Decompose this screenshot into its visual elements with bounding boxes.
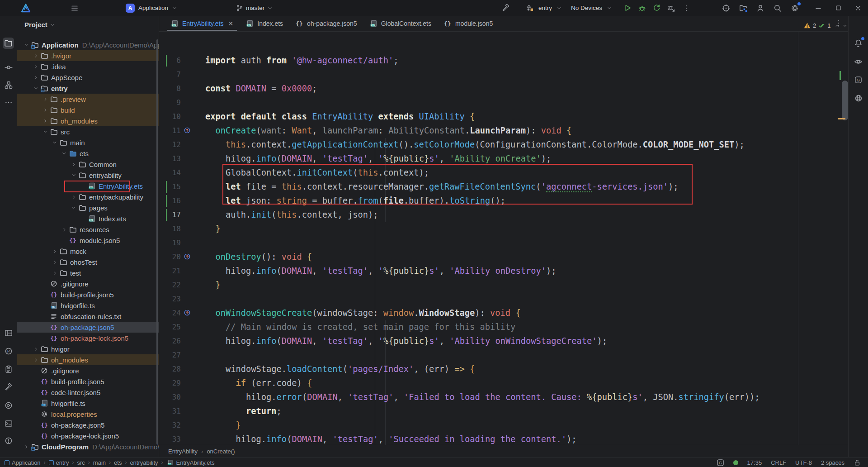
debug-button[interactable] (637, 3, 647, 14)
tree-item-.gitignore[interactable]: .gitignore (17, 365, 159, 376)
tree-item-Index.ets[interactable]: ETSIndex.ets (17, 213, 159, 224)
chevron-down-icon[interactable] (71, 172, 77, 178)
tab-Index.ets[interactable]: ETSIndex.ets (240, 16, 289, 31)
tree-item-hvigorfile.ts[interactable]: TShvigorfile.ts (17, 398, 159, 409)
code-line-23[interactable]: 23 (159, 292, 798, 306)
editor-area[interactable]: ETSEntryAbility.ets✕ETSIndex.ets{}oh-pac… (159, 16, 849, 457)
chevron-right-icon[interactable] (33, 75, 39, 80)
indent-selector[interactable]: 2 spaces (821, 459, 844, 466)
tree-item-entry[interactable]: entry (17, 83, 159, 94)
tree-item-Common[interactable]: Common (17, 159, 159, 170)
tree-item-oh-package.json5[interactable]: {}oh-package.json5 (17, 419, 159, 430)
tree-item-main[interactable]: main (17, 137, 159, 148)
tree-item-test[interactable]: test (17, 267, 159, 278)
run-config-selector[interactable]: entry (538, 0, 552, 16)
inspection-widget[interactable]: 2 1 (804, 22, 848, 29)
code-line-21[interactable]: 21hilog.info(DOMAIN, 'testTag', '%{publi… (159, 264, 798, 278)
chevron-right-icon[interactable] (71, 195, 77, 200)
code-line-10[interactable]: 10export default class EntryAbility exte… (159, 110, 798, 124)
tab-EntryAbility.ets[interactable]: ETSEntryAbility.ets✕ (165, 16, 240, 31)
project-widget[interactable]: A Application (126, 0, 177, 16)
chevron-right-icon[interactable] (71, 162, 77, 167)
tab-GlobalContext.ets[interactable]: ETSGlobalContext.ets (363, 16, 438, 31)
override-gutter-icon[interactable] (184, 127, 191, 134)
build-button[interactable] (500, 3, 511, 14)
tree-item-mock[interactable]: mock (17, 246, 159, 257)
rerun-button[interactable] (651, 3, 662, 14)
device-locator-button[interactable] (721, 3, 731, 14)
code-line-24[interactable]: 24onWindowStageCreate(windowStage: windo… (159, 306, 798, 320)
tree-item-module.json5[interactable]: {}module.json5 (17, 235, 159, 246)
breadcrumb-EntryAbility[interactable]: EntryAbility (168, 448, 198, 455)
tree-item-build-profile.json5[interactable]: {}build-profile.json5 (17, 376, 159, 387)
status-crumb-src[interactable]: src (77, 459, 85, 466)
vcs-widget[interactable]: master (236, 0, 273, 16)
terminal-tool-button[interactable] (3, 418, 14, 429)
code-editor[interactable]: 6import auth from '@hw-agconnect/auth';7… (159, 32, 798, 445)
chevron-right-icon[interactable] (33, 64, 39, 69)
lock-open-icon[interactable] (854, 459, 861, 466)
tab-module.json5[interactable]: {}module.json5 (438, 16, 499, 31)
tree-item-src[interactable]: src (17, 126, 159, 137)
tree-item-ets[interactable]: ets (17, 148, 159, 159)
run-tool-button[interactable] (3, 400, 14, 411)
chevron-right-icon[interactable] (42, 97, 48, 102)
chevron-down-icon[interactable] (61, 151, 67, 156)
code-line-14[interactable]: 14GlobalContext.initContext(this.context… (159, 166, 798, 180)
next-issue-button[interactable] (842, 23, 848, 29)
status-crumb-entry[interactable]: entry (49, 459, 69, 466)
tree-item-.preview[interactable]: .preview (17, 94, 159, 105)
tree-item-oh-modules[interactable]: oh_modules (17, 115, 159, 126)
code-line-17[interactable]: 17auth.init(this.context, json); (159, 208, 798, 222)
previewer-button[interactable] (853, 56, 864, 67)
tree-item-ohosTest[interactable]: ohosTest (17, 257, 159, 267)
prev-issue-button[interactable] (835, 23, 840, 29)
line-ending-selector[interactable]: CRLF (771, 459, 786, 466)
structure-tool-button[interactable] (3, 79, 14, 91)
chevron-down-icon[interactable] (52, 140, 58, 145)
code-line-15[interactable]: 15let file = this.context.resourceManage… (159, 180, 798, 194)
code-line-25[interactable]: 25// Main window is created, set main pa… (159, 320, 798, 334)
code-line-33[interactable]: 33hilog.info(DOMAIN, 'testTag', 'Succeed… (159, 432, 798, 445)
status-crumb-entryability[interactable]: entryability (130, 459, 158, 466)
chevron-right-icon[interactable] (33, 53, 39, 58)
problems-tool-button[interactable] (3, 435, 14, 446)
chevron-right-icon[interactable] (33, 347, 39, 352)
commit-tool-button[interactable] (3, 62, 14, 73)
tab-close-icon[interactable]: ✕ (228, 20, 234, 27)
chevron-right-icon[interactable] (42, 108, 48, 113)
tree-item-oh-package-lock.json5[interactable]: {}oh-package-lock.json5 (17, 333, 159, 343)
account-button[interactable] (755, 3, 766, 14)
notifications-button[interactable] (853, 38, 864, 49)
status-crumb-Application[interactable]: Application (5, 459, 41, 466)
status-crumb-main[interactable]: main (93, 459, 106, 466)
tree-item-oh-package-lock.json5[interactable]: {}oh-package-lock.json5 (17, 430, 159, 441)
editor-scrollbar[interactable] (842, 81, 848, 120)
build-tool-button[interactable] (3, 381, 14, 393)
settings-button[interactable] (789, 3, 800, 14)
tree-item-oh-modules[interactable]: oh_modules (17, 354, 159, 365)
code-line-29[interactable]: 29if (err.code) { (159, 376, 798, 390)
code-line-12[interactable]: 12this.context.getApplicationContext().s… (159, 138, 798, 152)
code-line-13[interactable]: 13hilog.info(DOMAIN, 'testTag', '%{publi… (159, 152, 798, 166)
tree-item-EntryAbility.ets[interactable]: ETSEntryAbility.ets (17, 181, 159, 191)
code-line-27[interactable]: 27 (159, 348, 798, 362)
tree-item-build[interactable]: build (17, 105, 159, 115)
tree-item-.gitignore[interactable]: .gitignore (17, 278, 159, 289)
code-line-32[interactable]: 32} (159, 418, 798, 432)
tree-item-.idea[interactable]: .idea (17, 61, 159, 72)
run-button[interactable] (622, 3, 633, 14)
chevron-down-icon[interactable] (23, 42, 29, 48)
code-line-31[interactable]: 31return; (159, 404, 798, 418)
code-line-20[interactable]: 20onDestroy(): void { (159, 250, 798, 264)
override-gutter-icon[interactable] (184, 309, 191, 316)
code-line-16[interactable]: 16let json: string = buffer.from(file.bu… (159, 194, 798, 208)
tree-item-oh-package.json5[interactable]: {}oh-package.json5 (17, 322, 159, 333)
code-line-7[interactable]: 7 (159, 67, 798, 81)
profiler-tool-button[interactable]: P (3, 345, 14, 357)
status-crumb-EntryAbility.ets[interactable]: ETSEntryAbility.ets (166, 459, 215, 467)
tree-item-pages[interactable]: pages (17, 202, 159, 213)
status-crumb-ets[interactable]: ets (114, 459, 122, 466)
chevron-right-icon[interactable] (52, 260, 58, 265)
tree-item-hvigor[interactable]: hvigor (17, 343, 159, 354)
